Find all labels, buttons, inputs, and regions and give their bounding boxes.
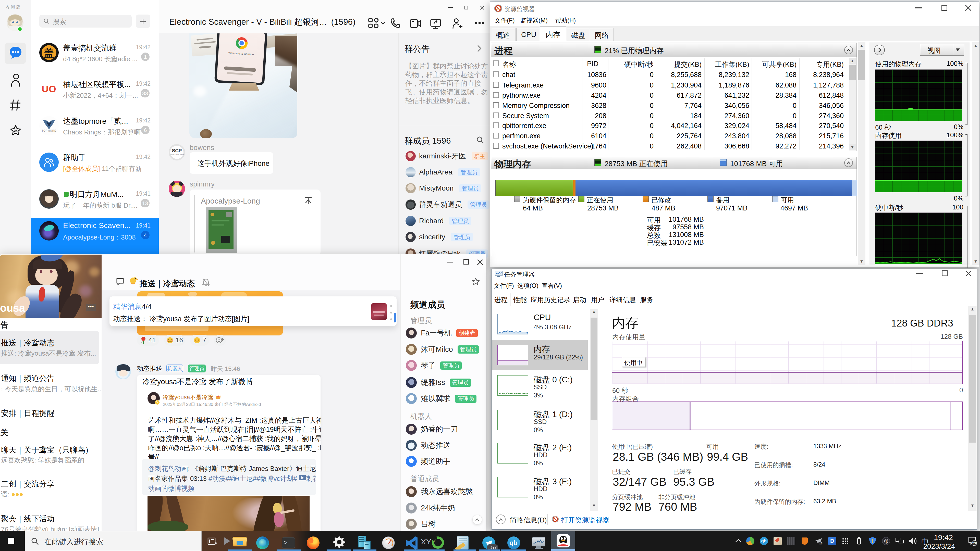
svg-text:.7: .7 — [820, 542, 822, 545]
svg-text:23: 23 — [972, 541, 976, 545]
